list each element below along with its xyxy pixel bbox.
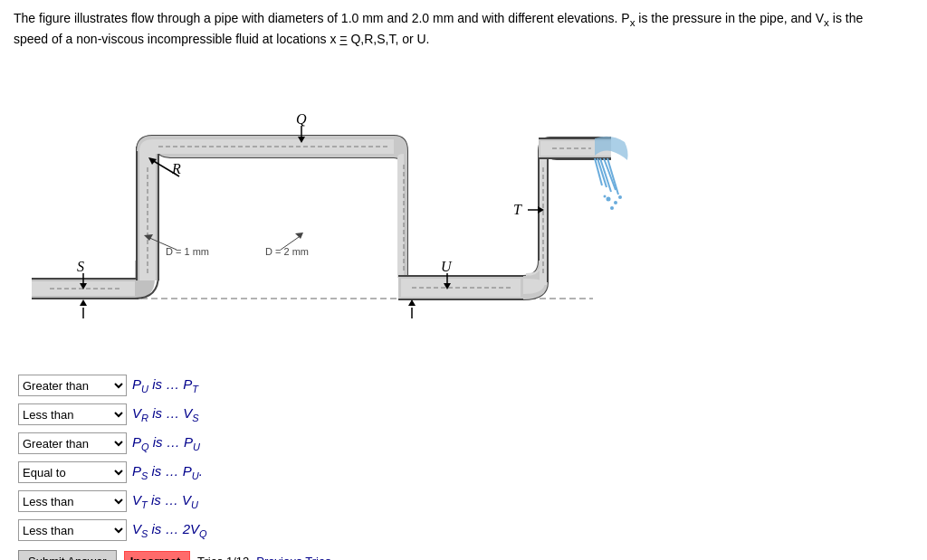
qa-row-3: Greater than Less than Equal to PQ is … … [18,431,913,456]
qa-row-6: Greater than Less than Equal to VS is … … [18,517,913,543]
tries-count: Tries 1/12 [197,555,249,560]
qa-row-2: Greater than Less than Equal to VR is … … [18,402,913,427]
previous-tries-link[interactable]: Previous Tries [256,555,330,560]
select-2[interactable]: Greater than Less than Equal to [18,403,127,425]
problem-description: The figure illustrates flow through a pi… [14,9,901,49]
qa-label-2: VR is … VS [132,405,199,423]
svg-text:U: U [441,259,453,274]
figure-container: S R Q U T D = 1 mm D = 2 m [32,56,647,364]
svg-text:T: T [513,202,522,217]
svg-point-32 [607,197,611,202]
qa-label-1: PU is … PT [132,376,198,394]
svg-text:S: S [77,259,84,274]
qa-label-6: VS is … 2VQ [132,521,207,539]
pipe-diagram: S R Q U T D = 1 mm D = 2 m [32,56,629,355]
submit-row: Submit Answer Incorrect. Tries 1/12 Prev… [18,550,913,560]
submit-button[interactable]: Submit Answer [18,550,117,560]
qa-row-1: Greater than Less than Equal to PU is … … [18,373,913,398]
incorrect-badge: Incorrect. [124,551,190,560]
qa-label-5: VT is … VU [132,492,198,510]
qa-row-4: Greater than Less than Equal to PS is … … [18,460,913,485]
select-5[interactable]: Greater than Less than Equal to [18,490,127,512]
qa-label-3: PQ is … PU [132,434,200,452]
svg-point-34 [618,195,622,199]
svg-point-36 [604,195,607,198]
qa-row-5: Greater than Less than Equal to VT is … … [18,489,913,514]
qa-label-4: PS is … PU. [132,463,203,481]
select-4[interactable]: Greater than Less than Equal to [18,461,127,483]
select-6[interactable]: Greater than Less than Equal to [18,519,127,541]
qa-section: Greater than Less than Equal to PU is … … [18,373,913,560]
svg-text:Q: Q [296,111,307,127]
svg-text:D = 2 mm: D = 2 mm [265,246,309,257]
svg-point-35 [610,206,614,210]
svg-point-33 [614,201,617,204]
select-1[interactable]: Greater than Less than Equal to [18,375,127,396]
desc-text: The figure illustrates flow through a pi… [14,11,863,46]
select-3[interactable]: Greater than Less than Equal to [18,432,127,454]
